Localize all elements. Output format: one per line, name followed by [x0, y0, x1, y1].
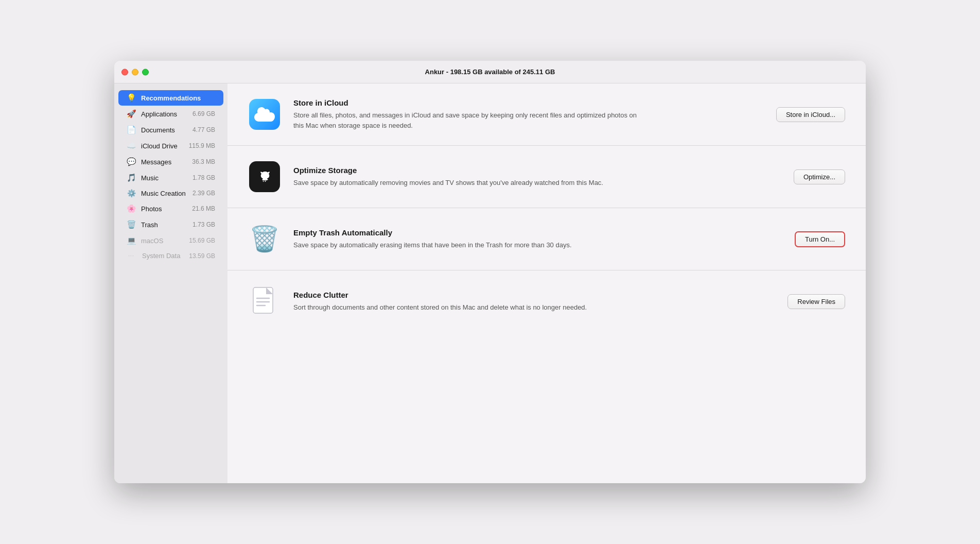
clutter-rec-title: Reduce Clutter [293, 291, 765, 299]
window-content: 💡 Recommendations 🚀 Applications 6.69 GB… [114, 83, 866, 483]
system-data-icon: ··· [127, 253, 136, 259]
clutter-rec-action: Review Files [787, 294, 845, 309]
clutter-rec-desc: Sort through documents and other content… [293, 302, 643, 313]
icloud-icon-container [249, 99, 280, 130]
close-button[interactable] [121, 69, 128, 75]
empty-trash-rec-text: Empty Trash Automatically Save space by … [293, 228, 772, 250]
sidebar-item-messages[interactable]: 💬 Messages 36.3 MB [118, 154, 223, 169]
icloud-drive-size: 115.9 MB [189, 142, 215, 149]
sidebar-item-music-creation[interactable]: ⚙️ Music Creation 2.39 GB [118, 186, 223, 200]
recommendations-icon: 💡 [127, 93, 136, 103]
minimize-button[interactable] [132, 69, 138, 75]
empty-trash-rec-action: Turn On... [795, 231, 845, 247]
empty-trash-rec-desc: Save space by automatically erasing item… [293, 240, 643, 250]
trash-icon: 🗑️ [127, 220, 136, 229]
photos-icon: 🌸 [127, 204, 136, 213]
optimize-rec-icon: tv [248, 160, 281, 193]
recommendation-empty-trash: 🗑️ Empty Trash Automatically Save space … [227, 208, 866, 270]
sidebar-label-recommendations: Recommendations [141, 94, 215, 102]
applications-size: 6.69 GB [192, 110, 215, 117]
review-files-button[interactable]: Review Files [787, 294, 845, 309]
sidebar-label-music: Music [141, 174, 187, 182]
documents-size: 4.77 GB [192, 126, 215, 133]
optimize-rec-text: Optimize Storage Save space by automatic… [293, 166, 771, 188]
music-size: 1.78 GB [192, 174, 215, 181]
appletv-icon-container: tv [249, 161, 280, 192]
optimize-rec-action: Optimize... [794, 169, 845, 184]
macos-size: 15.69 GB [189, 237, 215, 244]
maximize-button[interactable] [142, 69, 149, 75]
sidebar-label-documents: Documents [141, 126, 187, 134]
sidebar-item-recommendations[interactable]: 💡 Recommendations [118, 90, 223, 106]
sidebar-label-trash: Trash [141, 221, 187, 229]
messages-icon: 💬 [127, 157, 136, 166]
appletv-svg-icon: tv [255, 169, 274, 184]
storage-window: Ankur - 198.15 GB available of 245.11 GB… [114, 61, 866, 483]
sidebar-label-messages: Messages [141, 158, 187, 166]
main-panel: Store in iCloud Store all files, photos,… [227, 83, 866, 483]
icloud-rec-title: Store in iCloud [293, 98, 754, 107]
file-svg-icon [253, 287, 276, 316]
macos-icon: 💻 [127, 236, 136, 245]
trash-size: 1.73 GB [192, 221, 215, 228]
trash-rec-icon: 🗑️ [248, 223, 281, 256]
trash-icon-container: 🗑️ [249, 224, 280, 254]
file-icon-container [249, 286, 280, 317]
sidebar-label-icloud-drive: iCloud Drive [141, 142, 184, 150]
sidebar-item-applications[interactable]: 🚀 Applications 6.69 GB [118, 106, 223, 122]
recommendation-optimize: tv Optimize Storage Save space by automa… [227, 146, 866, 208]
applications-icon: 🚀 [127, 109, 136, 118]
sidebar-label-system-data: System Data [142, 252, 184, 260]
icloud-rec-icon [248, 98, 281, 131]
icloud-drive-icon: ☁️ [127, 141, 136, 150]
svg-text:tv: tv [262, 177, 267, 183]
optimize-rec-desc: Save space by automatically removing mov… [293, 178, 643, 188]
recommendation-icloud: Store in iCloud Store all files, photos,… [227, 83, 866, 146]
icloud-rec-desc: Store all files, photos, and messages in… [293, 110, 643, 130]
documents-icon: 📄 [127, 125, 136, 134]
sidebar-item-trash[interactable]: 🗑️ Trash 1.73 GB [118, 217, 223, 232]
clutter-rec-text: Reduce Clutter Sort through documents an… [293, 291, 765, 313]
sidebar-item-photos[interactable]: 🌸 Photos 21.6 MB [118, 201, 223, 216]
sidebar-label-applications: Applications [141, 110, 187, 118]
photos-size: 21.6 MB [192, 205, 215, 212]
sidebar-label-photos: Photos [141, 205, 187, 213]
store-in-icloud-button[interactable]: Store in iCloud... [776, 107, 845, 122]
optimize-button[interactable]: Optimize... [794, 169, 845, 184]
empty-trash-rec-title: Empty Trash Automatically [293, 228, 772, 237]
title-bar: Ankur - 198.15 GB available of 245.11 GB [114, 61, 866, 83]
sidebar-item-music[interactable]: 🎵 Music 1.78 GB [118, 170, 223, 185]
icloud-rec-text: Store in iCloud Store all files, photos,… [293, 98, 754, 130]
sidebar-item-documents[interactable]: 📄 Documents 4.77 GB [118, 122, 223, 138]
sidebar-item-system-data[interactable]: ··· System Data 13.59 GB [118, 249, 223, 263]
traffic-lights [121, 69, 149, 75]
music-creation-icon: ⚙️ [127, 189, 136, 197]
sidebar-label-music-creation: Music Creation [141, 190, 187, 197]
music-icon: 🎵 [127, 173, 136, 182]
system-data-size: 13.59 GB [189, 252, 215, 260]
recommendation-reduce-clutter: Reduce Clutter Sort through documents an… [227, 270, 866, 332]
sidebar-item-macos[interactable]: 💻 macOS 15.69 GB [118, 233, 223, 248]
sidebar-item-icloud-drive[interactable]: ☁️ iCloud Drive 115.9 MB [118, 138, 223, 154]
messages-size: 36.3 MB [192, 158, 215, 165]
icloud-rec-action: Store in iCloud... [776, 107, 845, 122]
clutter-rec-icon [248, 285, 281, 318]
music-creation-size: 2.39 GB [192, 190, 215, 197]
trash-emoji-icon: 🗑️ [249, 225, 280, 253]
icloud-svg-icon [254, 107, 275, 122]
window-title: Ankur - 198.15 GB available of 245.11 GB [425, 68, 555, 76]
turn-on-button[interactable]: Turn On... [795, 231, 845, 247]
sidebar: 💡 Recommendations 🚀 Applications 6.69 GB… [114, 83, 227, 483]
sidebar-label-macos: macOS [141, 237, 184, 245]
optimize-rec-title: Optimize Storage [293, 166, 771, 175]
